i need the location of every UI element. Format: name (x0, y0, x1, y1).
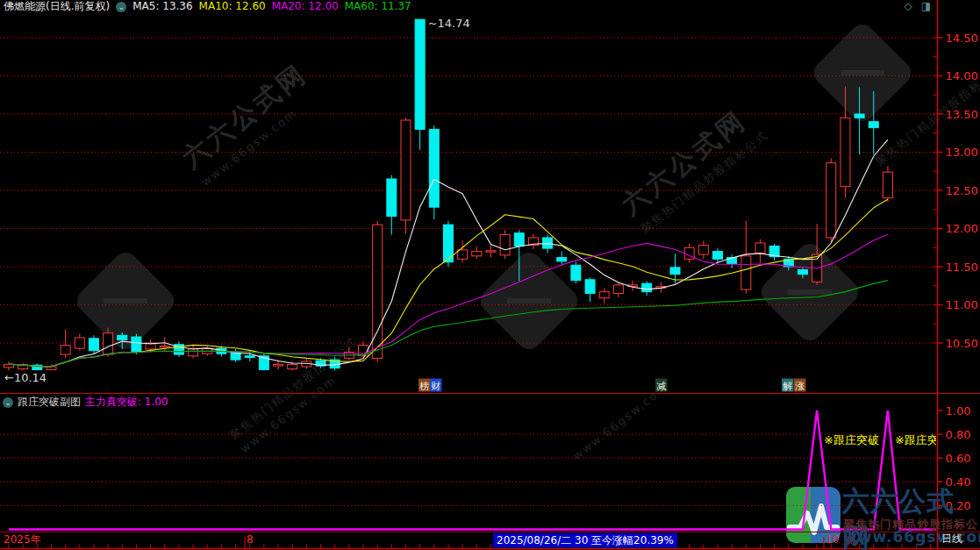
date-info-box: 2025/08/26/二 30 至今涨幅20.39% (493, 533, 677, 547)
svg-text:11.00: 11.00 (946, 298, 978, 311)
svg-text:减: 减 (656, 381, 666, 392)
signal-label: ※跟庄突破 (824, 433, 879, 446)
ma60-value: MA60: 11.37 (345, 0, 411, 13)
axis-year-label: 2025年 (4, 533, 41, 546)
indicator-value: 主力真突破: 1.00 (85, 395, 168, 410)
svg-text:财: 财 (431, 381, 440, 392)
high-price-marker: ~14.74 (428, 17, 470, 30)
svg-text:涨: 涨 (795, 381, 805, 392)
svg-text:10.50: 10.50 (946, 337, 978, 350)
ma5-value: MA5: 13.36 (132, 0, 192, 13)
chart-canvas[interactable]: 14.5014.0013.5013.0012.5012.0011.5011.00… (0, 0, 980, 550)
svg-text:11.50: 11.50 (946, 261, 978, 274)
tdx-stock-window: 六六公式网 www.66gsw.com 聚焦热门精品炒股指标公式 www.66g… (0, 0, 980, 550)
svg-text:解: 解 (783, 381, 792, 392)
subchart-title: 跟庄突破副图 (18, 395, 81, 410)
axis-month-label: 8 (247, 533, 254, 546)
ma-line-MA60 (9, 281, 888, 367)
signal-label: ※跟庄突破 (895, 433, 950, 446)
svg-text:13.00: 13.00 (946, 146, 978, 159)
chevron-down-icon[interactable]: ⌄ (3, 397, 13, 408)
svg-text:14.00: 14.00 (946, 69, 978, 82)
ma20-value: MA20: 12.00 (272, 0, 339, 13)
diamond-icon[interactable]: ◇ (904, 1, 912, 12)
svg-text:0.60: 0.60 (946, 452, 971, 465)
svg-text:14.50: 14.50 (946, 32, 978, 45)
svg-text:13.50: 13.50 (946, 108, 978, 121)
svg-text:12.50: 12.50 (946, 184, 978, 197)
chevron-down-icon[interactable]: ⌄ (116, 2, 126, 12)
svg-text:0.80: 0.80 (946, 428, 971, 441)
split-pane-icon[interactable]: ◨ (921, 1, 931, 12)
low-price-marker: ←10.14 (4, 371, 46, 384)
subchart-header: ⌄ 跟庄突破副图 主力真突破: 1.00 (3, 395, 168, 410)
stock-title: 佛燃能源(日线.前复权) (4, 0, 110, 13)
svg-text:1.00: 1.00 (946, 404, 971, 418)
indicator-line (9, 411, 936, 530)
svg-text:榜: 榜 (419, 381, 429, 392)
period-label[interactable]: 日线 (941, 532, 962, 546)
axis-month-label: 10 (826, 533, 839, 546)
chart-header: 佛燃能源(日线.前复权) ⌄ MA5: 13.36 MA10: 12.60 MA… (4, 0, 411, 13)
svg-text:12.00: 12.00 (946, 222, 978, 235)
ma10-value: MA10: 12.60 (199, 0, 266, 13)
